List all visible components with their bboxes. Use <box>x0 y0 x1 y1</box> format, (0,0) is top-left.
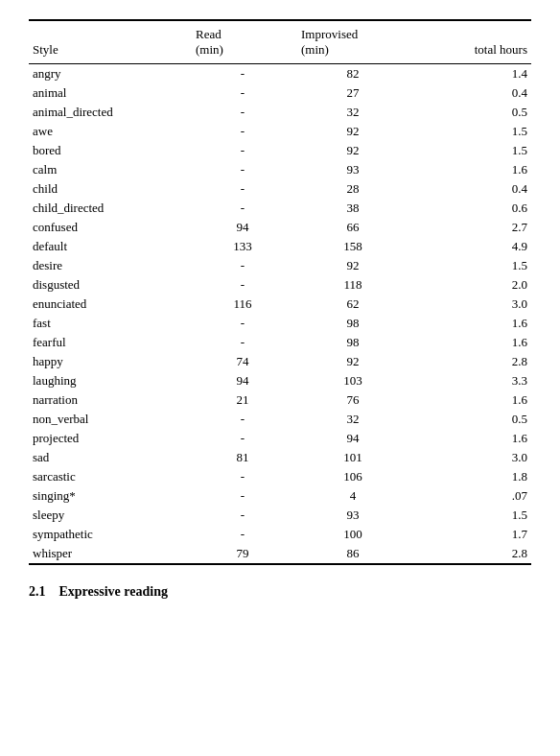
cell-read: - <box>192 122 297 141</box>
table-row: non_verbal-320.5 <box>29 410 531 429</box>
table-row: enunciated116623.0 <box>29 295 531 314</box>
table-row: sympathetic-1001.7 <box>29 525 531 544</box>
cell-total-hours: 1.6 <box>412 390 531 410</box>
table-row: desire-921.5 <box>29 256 531 275</box>
section-number: 2.1 <box>29 584 46 599</box>
cell-read: - <box>192 275 297 295</box>
cell-total-hours: 0.6 <box>412 199 531 218</box>
cell-read: - <box>192 525 297 544</box>
cell-total-hours: 1.5 <box>412 506 531 525</box>
table-row: bored-921.5 <box>29 141 531 160</box>
cell-read: - <box>192 179 297 199</box>
cell-improvised: 86 <box>297 544 412 564</box>
cell-read: - <box>192 64 297 84</box>
cell-total-hours: 3.0 <box>412 295 531 314</box>
cell-style: whisper <box>29 544 192 564</box>
cell-improvised: 118 <box>297 275 412 295</box>
cell-total-hours: 0.5 <box>412 410 531 429</box>
cell-improvised: 94 <box>297 429 412 448</box>
cell-style: child_directed <box>29 199 192 218</box>
cell-read: 133 <box>192 237 297 256</box>
cell-total-hours: 0.5 <box>412 103 531 122</box>
cell-style: bored <box>29 141 192 160</box>
cell-improvised: 82 <box>297 64 412 84</box>
cell-style: desire <box>29 256 192 275</box>
cell-read: - <box>192 256 297 275</box>
table-row: confused94662.7 <box>29 218 531 237</box>
cell-style: non_verbal <box>29 410 192 429</box>
cell-total-hours: 2.8 <box>412 352 531 371</box>
cell-style: angry <box>29 64 192 84</box>
cell-style: animal <box>29 83 192 103</box>
cell-improvised: 100 <box>297 525 412 544</box>
cell-total-hours: 2.7 <box>412 218 531 237</box>
cell-style: fearful <box>29 333 192 352</box>
cell-read: 79 <box>192 544 297 564</box>
cell-improvised: 38 <box>297 199 412 218</box>
cell-style: disgusted <box>29 275 192 295</box>
table-row: default1331584.9 <box>29 237 531 256</box>
table-row: laughing941033.3 <box>29 371 531 390</box>
cell-total-hours: 1.6 <box>412 333 531 352</box>
cell-improvised: 93 <box>297 160 412 179</box>
cell-read: - <box>192 429 297 448</box>
table-row: narration21761.6 <box>29 390 531 410</box>
cell-style: calm <box>29 160 192 179</box>
cell-style: child <box>29 179 192 199</box>
table-row: singing*-4.07 <box>29 486 531 506</box>
table-row: sleepy-931.5 <box>29 506 531 525</box>
cell-total-hours: 1.5 <box>412 122 531 141</box>
cell-total-hours: 3.3 <box>412 371 531 390</box>
table-row: projected-941.6 <box>29 429 531 448</box>
cell-improvised: 92 <box>297 256 412 275</box>
data-table: Style Read(min) Improvised(min) total ho… <box>29 19 531 569</box>
cell-read: - <box>192 141 297 160</box>
cell-read: 81 <box>192 448 297 467</box>
cell-style: fast <box>29 314 192 333</box>
table-row: sad811013.0 <box>29 448 531 467</box>
cell-style: laughing <box>29 371 192 390</box>
cell-total-hours: 0.4 <box>412 179 531 199</box>
cell-improvised: 98 <box>297 314 412 333</box>
section-heading: 2.1 Expressive reading <box>29 584 531 600</box>
cell-style: animal_directed <box>29 103 192 122</box>
cell-total-hours: 1.8 <box>412 467 531 486</box>
cell-style: sleepy <box>29 506 192 525</box>
table-row: sarcastic-1061.8 <box>29 467 531 486</box>
cell-improvised: 28 <box>297 179 412 199</box>
table-row: child_directed-380.6 <box>29 199 531 218</box>
cell-read: - <box>192 467 297 486</box>
cell-style: awe <box>29 122 192 141</box>
cell-improvised: 92 <box>297 122 412 141</box>
cell-improvised: 32 <box>297 410 412 429</box>
cell-read: - <box>192 506 297 525</box>
cell-improvised: 4 <box>297 486 412 506</box>
cell-improvised: 93 <box>297 506 412 525</box>
cell-style: default <box>29 237 192 256</box>
section-title: Expressive reading <box>59 584 168 599</box>
table-row: child-280.4 <box>29 179 531 199</box>
cell-total-hours: 3.0 <box>412 448 531 467</box>
cell-style: confused <box>29 218 192 237</box>
cell-read: - <box>192 199 297 218</box>
cell-improvised: 92 <box>297 141 412 160</box>
cell-total-hours: 1.6 <box>412 160 531 179</box>
table-row: awe-921.5 <box>29 122 531 141</box>
cell-improvised: 98 <box>297 333 412 352</box>
table-header-row: Style Read(min) Improvised(min) total ho… <box>29 20 531 64</box>
cell-style: sympathetic <box>29 525 192 544</box>
cell-read: 74 <box>192 352 297 371</box>
cell-total-hours: 1.5 <box>412 141 531 160</box>
table-footer-row <box>29 564 531 569</box>
cell-total-hours: 1.6 <box>412 429 531 448</box>
cell-read: 94 <box>192 371 297 390</box>
cell-read: - <box>192 103 297 122</box>
cell-style: sad <box>29 448 192 467</box>
cell-improvised: 106 <box>297 467 412 486</box>
cell-read: 94 <box>192 218 297 237</box>
table-row: animal-270.4 <box>29 83 531 103</box>
cell-style: enunciated <box>29 295 192 314</box>
table-container: Style Read(min) Improvised(min) total ho… <box>29 19 531 569</box>
table-row: happy74922.8 <box>29 352 531 371</box>
cell-total-hours: 2.0 <box>412 275 531 295</box>
